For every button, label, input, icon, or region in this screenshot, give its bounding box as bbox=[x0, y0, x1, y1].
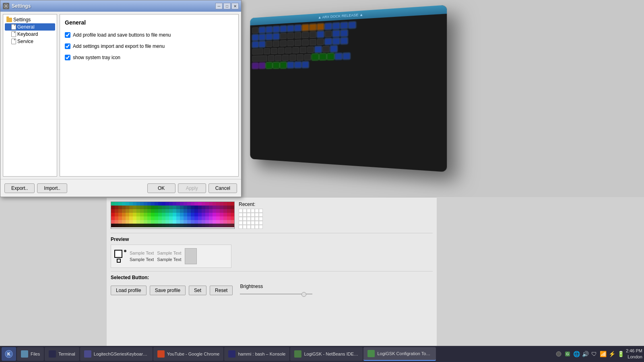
color-cell[interactable] bbox=[144, 220, 147, 224]
recent-color-cell[interactable] bbox=[251, 225, 255, 229]
color-cell[interactable] bbox=[144, 224, 147, 227]
recent-color-cell[interactable] bbox=[259, 225, 263, 229]
taskbar-app-files[interactable]: Files bbox=[17, 347, 44, 361]
color-cell[interactable] bbox=[231, 213, 234, 216]
color-cell[interactable] bbox=[144, 216, 147, 220]
checkbox-label-add-settings-import-export[interactable]: Add settings import and export to file m… bbox=[73, 43, 165, 49]
recent-color-cell[interactable] bbox=[239, 209, 243, 213]
color-cell[interactable] bbox=[209, 202, 213, 206]
color-cell[interactable] bbox=[111, 209, 115, 213]
color-cell[interactable] bbox=[223, 209, 227, 213]
color-cell[interactable] bbox=[176, 224, 180, 227]
color-cell[interactable] bbox=[165, 220, 169, 224]
color-cell[interactable] bbox=[227, 224, 231, 227]
color-cell[interactable] bbox=[147, 224, 151, 227]
color-cell[interactable] bbox=[216, 216, 220, 220]
color-cell[interactable] bbox=[169, 216, 173, 220]
color-cell[interactable] bbox=[191, 202, 194, 206]
color-cell[interactable] bbox=[133, 209, 136, 213]
color-cell[interactable] bbox=[140, 202, 144, 206]
color-cell[interactable] bbox=[122, 202, 126, 206]
color-cell[interactable] bbox=[162, 220, 165, 224]
color-cell[interactable] bbox=[191, 206, 194, 209]
color-cell[interactable] bbox=[118, 224, 122, 227]
color-cell[interactable] bbox=[173, 206, 176, 209]
apply-button[interactable]: Apply bbox=[178, 183, 206, 193]
color-cell[interactable] bbox=[129, 202, 133, 206]
color-cell[interactable] bbox=[151, 216, 155, 220]
recent-color-cell[interactable] bbox=[259, 209, 263, 213]
tree-item-service[interactable]: Service bbox=[5, 38, 55, 45]
color-cell[interactable] bbox=[231, 206, 234, 209]
color-cell[interactable] bbox=[144, 213, 147, 216]
color-cell[interactable] bbox=[122, 216, 126, 220]
color-cell[interactable] bbox=[136, 209, 140, 213]
color-cell[interactable] bbox=[187, 213, 191, 216]
close-button[interactable]: ✕ bbox=[231, 3, 239, 9]
color-cell[interactable] bbox=[191, 220, 194, 224]
color-cell[interactable] bbox=[162, 206, 165, 209]
color-cell[interactable] bbox=[165, 213, 169, 216]
color-cell[interactable] bbox=[169, 220, 173, 224]
color-cell[interactable] bbox=[187, 220, 191, 224]
color-cell[interactable] bbox=[118, 213, 122, 216]
color-cell[interactable] bbox=[194, 213, 198, 216]
color-cell[interactable] bbox=[216, 220, 220, 224]
tray-icon-g[interactable]: G bbox=[564, 350, 571, 358]
color-cell[interactable] bbox=[194, 216, 198, 220]
recent-color-cell[interactable] bbox=[255, 225, 259, 229]
recent-color-cell[interactable] bbox=[239, 213, 243, 217]
color-cell[interactable] bbox=[126, 213, 129, 216]
color-cell[interactable] bbox=[191, 213, 194, 216]
color-cell[interactable] bbox=[158, 209, 162, 213]
ok-button[interactable]: OK bbox=[147, 183, 175, 193]
color-cell[interactable] bbox=[129, 216, 133, 220]
checkbox-add-settings-import-export[interactable] bbox=[65, 43, 70, 49]
color-cell[interactable] bbox=[184, 202, 187, 206]
color-cell[interactable] bbox=[133, 220, 136, 224]
color-cell[interactable] bbox=[220, 213, 223, 216]
color-cell[interactable] bbox=[122, 224, 126, 227]
color-cell[interactable] bbox=[169, 224, 173, 227]
color-cell[interactable] bbox=[126, 224, 129, 227]
color-cell[interactable] bbox=[220, 220, 223, 224]
color-cell[interactable] bbox=[187, 224, 191, 227]
color-cell[interactable] bbox=[115, 220, 118, 224]
checkbox-label-show-system-tray-icon[interactable]: show system tray icon bbox=[73, 55, 120, 60]
color-cell[interactable] bbox=[205, 213, 209, 216]
color-cell[interactable] bbox=[144, 206, 147, 209]
color-cell[interactable] bbox=[223, 213, 227, 216]
color-cell[interactable] bbox=[133, 206, 136, 209]
recent-color-cell[interactable] bbox=[239, 217, 243, 221]
recent-color-cell[interactable] bbox=[243, 217, 247, 221]
color-cell[interactable] bbox=[184, 224, 187, 227]
color-cell[interactable] bbox=[140, 206, 144, 209]
reset-button[interactable]: Reset bbox=[210, 286, 233, 295]
color-cell[interactable] bbox=[169, 209, 173, 213]
export-button[interactable]: Export.. bbox=[4, 183, 35, 193]
color-cell[interactable] bbox=[223, 216, 227, 220]
color-cell[interactable] bbox=[158, 220, 162, 224]
color-cell[interactable] bbox=[209, 224, 213, 227]
color-cell[interactable] bbox=[202, 220, 205, 224]
color-cell[interactable] bbox=[165, 209, 169, 213]
tree-item-general[interactable]: General bbox=[5, 23, 55, 31]
checkbox-label-add-profile-load-save[interactable]: Add profile load and save buttons to fil… bbox=[73, 32, 171, 38]
color-cell[interactable] bbox=[169, 202, 173, 206]
color-cell[interactable] bbox=[205, 209, 209, 213]
color-cell[interactable] bbox=[133, 216, 136, 220]
tray-icon-logitech[interactable] bbox=[555, 350, 562, 358]
color-cell[interactable] bbox=[194, 209, 198, 213]
color-cell[interactable] bbox=[122, 220, 126, 224]
color-cell[interactable] bbox=[140, 209, 144, 213]
taskbar-clock[interactable]: 2:46 PM London bbox=[626, 348, 642, 360]
color-palette-grid[interactable] bbox=[111, 202, 235, 229]
color-cell[interactable] bbox=[147, 220, 151, 224]
recent-color-cell[interactable] bbox=[255, 209, 259, 213]
color-cell[interactable] bbox=[162, 216, 165, 220]
color-cell[interactable] bbox=[180, 216, 184, 220]
tree-item-settings[interactable]: Settings bbox=[5, 16, 55, 23]
color-cell[interactable] bbox=[213, 216, 216, 220]
color-cell[interactable] bbox=[209, 213, 213, 216]
color-cell[interactable] bbox=[205, 202, 209, 206]
